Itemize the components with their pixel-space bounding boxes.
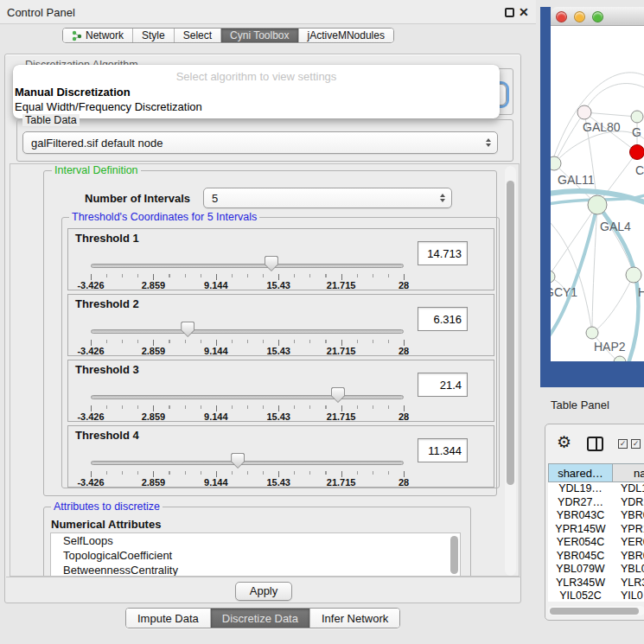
threshold-3-slider[interactable]: -3.4262.859 9.14415.43 21.71528: [91, 383, 404, 421]
node-gcy1[interactable]: [551, 271, 555, 283]
slider-thumb[interactable]: [265, 256, 278, 271]
slider-track: [91, 329, 404, 334]
threshold-1-panel: Threshold 1 -3.4262.859 9.14415.43 21.71…: [67, 228, 494, 290]
column-header-shared[interactable]: shared…: [548, 463, 613, 482]
footer-divider: [6, 577, 521, 577]
numerical-attributes-list[interactable]: SelfLoops TopologicalCoefficient Between…: [50, 532, 461, 577]
column-header-name[interactable]: na: [613, 463, 644, 482]
table-row[interactable]: YBR043CYBR0: [548, 509, 644, 523]
threshold-1-value-field[interactable]: 14.713: [418, 241, 468, 265]
list-scrollbar[interactable]: [450, 536, 458, 574]
number-of-intervals-combobox[interactable]: 5: [203, 188, 452, 208]
node-label-partial-g: G: [632, 125, 641, 139]
tab-cyni-toolbox[interactable]: Cyni Toolbox: [221, 29, 298, 42]
table-row[interactable]: YBR045CYBR0: [548, 550, 644, 564]
table-data-combobox[interactable]: galFiltered.sif default node: [22, 131, 498, 154]
gear-icon[interactable]: ⚙: [557, 432, 571, 452]
node-label-gcy1: GCY1: [551, 285, 577, 299]
threshold-2-label: Threshold 2: [75, 297, 139, 310]
bottom-tab-bar: Impute Data Discretize Data Infer Networ…: [125, 608, 400, 628]
node-hap2[interactable]: [586, 327, 598, 339]
table-row[interactable]: YIL052CYIL0: [548, 590, 644, 602]
node-gal11[interactable]: [551, 156, 561, 170]
tab-style[interactable]: Style: [133, 29, 175, 42]
threshold-3-label: Threshold 3: [75, 363, 139, 376]
settings-scroll-area: Interval Definition Number of Intervals …: [10, 163, 520, 577]
checkbox-icon[interactable]: ✓: [631, 439, 641, 449]
list-item[interactable]: TopologicalCoefficient: [51, 548, 460, 563]
threshold-1-label: Threshold 1: [75, 232, 139, 245]
node-h[interactable]: [626, 267, 641, 283]
float-window-icon[interactable]: [505, 8, 514, 17]
table-header-row: shared… na: [548, 463, 644, 482]
node-partial-top-right[interactable]: [631, 111, 643, 123]
threshold-2-slider[interactable]: -3.4262.859 9.14415.43 21.71528: [91, 317, 404, 355]
apply-button[interactable]: Apply: [235, 582, 292, 601]
close-traffic-light[interactable]: [556, 11, 567, 22]
node-selected-red[interactable]: [630, 145, 644, 160]
tab-select[interactable]: Select: [175, 29, 221, 42]
threshold-4-label: Threshold 4: [75, 429, 139, 442]
popup-option-manual-discretization[interactable]: Manual Discretization: [15, 86, 131, 99]
slider-thumb[interactable]: [231, 453, 245, 469]
tab-infer-network[interactable]: Infer Network: [310, 609, 399, 628]
network-view-canvas[interactable]: GAL80 G C GAL11 GAL4 GCY1 H HAP2: [551, 26, 644, 361]
split-column-icon[interactable]: [587, 437, 603, 451]
checkbox-icon[interactable]: ✓: [618, 439, 628, 449]
node-gal80[interactable]: [577, 105, 591, 119]
table-row[interactable]: YPR145WYPR1: [548, 523, 644, 537]
table-horizontal-scrollbar[interactable]: [548, 606, 644, 615]
control-panel-titlebar: Control Panel ✕: [0, 0, 536, 24]
scrollbar-thumb[interactable]: [507, 181, 514, 485]
threshold-4-slider[interactable]: -3.4262.859 9.14415.43 21.71528: [91, 449, 404, 487]
close-icon[interactable]: ✕: [519, 5, 529, 19]
slider-track: [91, 264, 404, 268]
threshold-4-panel: Threshold 4 -3.4262.859 9.14415.43 21.71…: [67, 425, 494, 488]
node-label-gal11: GAL11: [558, 173, 595, 187]
node-label-hap2: HAP2: [594, 340, 626, 354]
algorithm-dropdown-popup: Select algorithm to view settings Manual…: [13, 65, 500, 118]
threshold-3-value-field[interactable]: 21.4: [418, 373, 468, 397]
tab-impute-data[interactable]: Impute Data: [126, 609, 211, 628]
interval-definition-label: Interval Definition: [52, 164, 141, 176]
table-row[interactable]: YBL079WYBL0: [548, 563, 644, 577]
node-label-partial-c: C: [635, 163, 644, 177]
number-of-intervals-label: Number of Intervals: [85, 192, 190, 205]
table-body[interactable]: YDL19…YDL1 YDR27…YDR2 YBR043CYBR0 YPR145…: [548, 482, 644, 602]
popup-hint: Select algorithm to view settings: [13, 70, 500, 83]
scrollbar-thumb[interactable]: [550, 608, 639, 615]
table-row[interactable]: YDL19…YDL1: [548, 482, 644, 496]
numerical-attributes-label: Numerical Attributes: [51, 518, 161, 531]
threshold-2-value-field[interactable]: 6.316: [418, 307, 468, 331]
list-item[interactable]: SelfLoops: [51, 533, 460, 548]
slider-track: [91, 461, 404, 465]
list-item[interactable]: BetweennessCentrality: [51, 563, 460, 577]
threshold-4-value-field[interactable]: 11.344: [418, 438, 468, 462]
node-gal4[interactable]: [588, 195, 607, 214]
thresholds-group-label: Threshold's Coordinates for 5 Intervals: [69, 211, 259, 223]
threshold-3-panel: Threshold 3 -3.4262.859 9.14415.43 21.71…: [67, 360, 494, 422]
minimize-traffic-light[interactable]: [574, 11, 585, 22]
attributes-group: Attributes to discretize Numerical Attri…: [43, 507, 471, 577]
tab-jactivemnodules[interactable]: jActiveMNodules: [299, 29, 393, 42]
node-label-gal80: GAL80: [583, 120, 621, 134]
zoom-traffic-light[interactable]: [592, 11, 603, 22]
threshold-2-panel: Threshold 2 -3.4262.859 9.14415.43 21.71…: [67, 294, 494, 356]
table-row[interactable]: YLR345WYLR3: [548, 577, 644, 590]
popup-option-equal-width-frequency[interactable]: Equal Width/Frequency Discretization: [15, 100, 202, 113]
cyni-toolbox-panel: Discretization Algorithm Select algorith…: [4, 54, 521, 603]
node-label-h: H: [638, 285, 644, 299]
threshold-1-slider[interactable]: -3.4262.859 9.14415.43 21.71528: [91, 252, 404, 290]
slider-thumb[interactable]: [181, 322, 194, 337]
control-panel: Control Panel ✕ Network Style Select Cyn…: [0, 0, 536, 644]
table-data-label: Table Data: [22, 114, 80, 126]
table-row[interactable]: YDR27…YDR2: [548, 496, 644, 510]
table-panel: ⚙ ✓ ✓ shared… na YDL19…YDL1 YDR27…YDR2 Y…: [545, 424, 644, 621]
combo-arrows-icon: [440, 194, 445, 202]
tab-discretize-data[interactable]: Discretize Data: [211, 609, 310, 628]
settings-scrollbar[interactable]: [505, 166, 516, 576]
node-label-gal4: GAL4: [600, 220, 631, 233]
slider-thumb[interactable]: [331, 387, 345, 403]
tab-network[interactable]: Network: [63, 29, 133, 42]
table-row[interactable]: YER054CYER0: [548, 536, 644, 550]
